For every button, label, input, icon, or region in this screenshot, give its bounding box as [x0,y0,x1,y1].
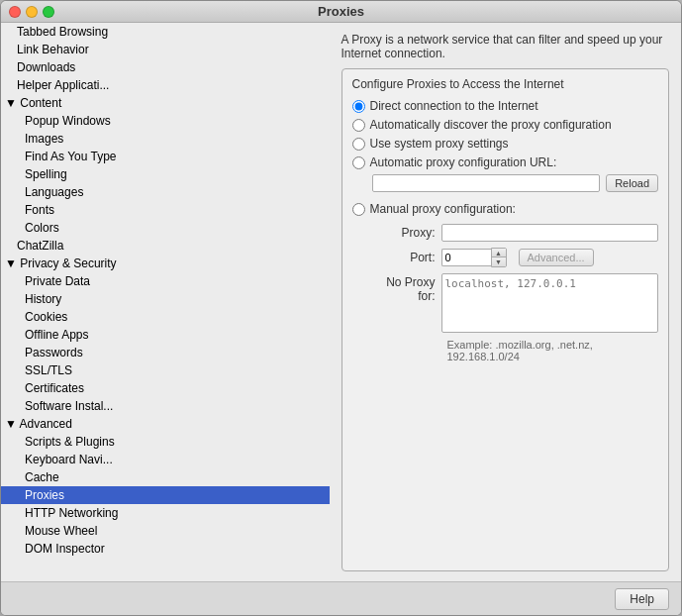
url-row: Reload [372,174,659,192]
main-panel: A Proxy is a network service that can fi… [330,23,682,581]
help-button[interactable]: Help [615,588,669,610]
advanced-button[interactable]: Advanced... [519,249,594,266]
sidebar: Tabbed BrowsingLink BehaviorDownloadsHel… [1,23,330,581]
window-title: Proxies [318,4,364,19]
sidebar-item-ssl-tls[interactable]: SSL/TLS [1,361,330,379]
stepper-down[interactable]: ▼ [492,257,506,266]
sidebar-item-fonts[interactable]: Fonts [1,201,330,219]
description-text: A Proxy is a network service that can fi… [341,33,670,60]
sidebar-item-spelling[interactable]: Spelling [1,165,330,183]
proxies-group-box: Configure Proxies to Access the Internet… [341,68,670,571]
sidebar-item-images[interactable]: Images [1,130,330,148]
sidebar-item-scripts-plugins[interactable]: Scripts & Plugins [1,433,330,451]
maximize-button[interactable] [43,6,54,18]
sidebar-item-certificates[interactable]: Certificates [1,379,330,397]
radio-manual-label[interactable]: Manual proxy configuration: [370,202,516,216]
auto-proxy-url-input[interactable] [372,174,601,192]
sidebar-item-advanced-category[interactable]: ▼ Advanced [1,415,330,433]
port-label: Port: [372,251,441,264]
noproxy-label: No Proxy for: [372,273,441,303]
radio-autourl[interactable] [352,156,365,169]
sidebar-item-cookies[interactable]: Cookies [1,308,330,326]
noproxy-field-row: No Proxy for: [372,273,659,333]
port-input-wrap: 0 ▲ ▼ [441,248,507,267]
port-input[interactable]: 0 [441,249,491,266]
radio-direct[interactable] [352,100,365,113]
sidebar-item-passwords[interactable]: Passwords [1,344,330,361]
stepper-up[interactable]: ▲ [492,249,506,257]
radio-autodiscover[interactable] [352,119,365,132]
radio-row-direct: Direct connection to the Internet [352,99,659,113]
proxy-fields: Proxy: Port: 0 ▲ ▼ [372,224,659,362]
sidebar-item-chatzilla[interactable]: ChatZilla [1,237,330,255]
sidebar-item-offline-apps[interactable]: Offline Apps [1,326,330,344]
reload-button[interactable]: Reload [606,174,658,192]
noproxy-textarea[interactable] [441,273,659,333]
radio-autourl-label[interactable]: Automatic proxy configuration URL: [370,155,557,169]
sidebar-item-colors[interactable]: Colors [1,219,330,237]
traffic-lights [9,6,54,18]
title-bar: Proxies [1,1,681,23]
proxy-field-row: Proxy: [372,224,659,242]
sidebar-item-downloads[interactable]: Downloads [1,58,330,76]
radio-row-autourl: Automatic proxy configuration URL: [352,155,659,169]
sidebar-item-popup-windows[interactable]: Popup Windows [1,112,330,130]
port-field-row: Port: 0 ▲ ▼ Advanced... [372,248,659,267]
port-row: 0 ▲ ▼ Advanced... [441,248,594,267]
radio-row-manual: Manual proxy configuration: [352,202,659,216]
radio-system[interactable] [352,138,365,151]
sidebar-item-privacy-security[interactable]: ▼ Privacy & Security [1,255,330,272]
sidebar-item-content-category[interactable]: ▼ Content [1,94,330,112]
sidebar-item-link-behavior[interactable]: Link Behavior [1,41,330,58]
radio-row-system: Use system proxy settings [352,137,659,151]
port-stepper: ▲ ▼ [491,248,507,267]
content-area: Tabbed BrowsingLink BehaviorDownloadsHel… [1,23,681,581]
radio-row-autodiscover: Automatically discover the proxy configu… [352,118,659,132]
sidebar-item-keyboard-nav[interactable]: Keyboard Navi... [1,451,330,468]
sidebar-item-find-as-you-type[interactable]: Find As You Type [1,148,330,165]
sidebar-item-mouse-wheel[interactable]: Mouse Wheel [1,522,330,540]
sidebar-item-private-data[interactable]: Private Data [1,272,330,290]
sidebar-item-dom-inspector[interactable]: DOM Inspector [1,540,330,558]
sidebar-item-proxies[interactable]: Proxies [1,486,330,504]
sidebar-item-http-networking[interactable]: HTTP Networking [1,504,330,522]
bottom-bar: Help [1,581,681,615]
close-button[interactable] [9,6,21,18]
radio-autodiscover-label[interactable]: Automatically discover the proxy configu… [370,118,612,132]
radio-manual[interactable] [352,203,365,216]
sidebar-item-software-install[interactable]: Software Instal... [1,397,330,415]
sidebar-item-helper-applications[interactable]: Helper Applicati... [1,76,330,94]
example-text: Example: .mozilla.org, .net.nz, 192.168.… [447,339,659,362]
sidebar-item-languages[interactable]: Languages [1,183,330,201]
proxy-input[interactable] [441,224,659,242]
window: Proxies Tabbed BrowsingLink BehaviorDown… [0,0,682,616]
proxy-label: Proxy: [372,226,441,240]
sidebar-item-cache[interactable]: Cache [1,468,330,486]
radio-system-label[interactable]: Use system proxy settings [370,137,509,151]
minimize-button[interactable] [26,6,38,18]
group-box-title: Configure Proxies to Access the Internet [352,77,659,91]
sidebar-item-history[interactable]: History [1,290,330,308]
radio-direct-label[interactable]: Direct connection to the Internet [370,99,538,113]
sidebar-item-tabbed-browsing[interactable]: Tabbed Browsing [1,23,330,41]
